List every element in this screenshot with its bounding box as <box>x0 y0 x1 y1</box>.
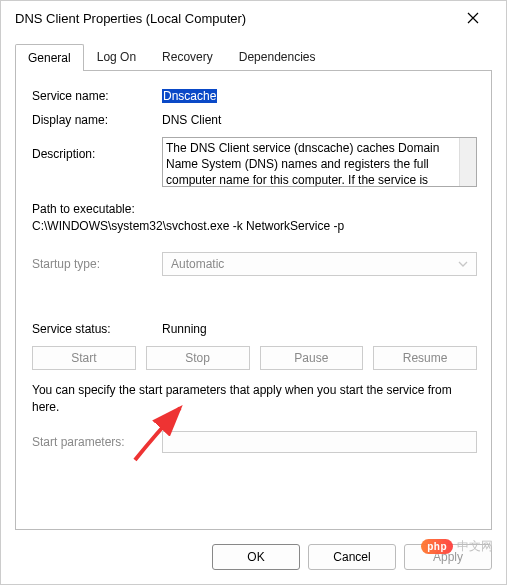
tab-recovery[interactable]: Recovery <box>149 43 226 70</box>
value-service-status: Running <box>162 322 207 336</box>
description-box: The DNS Client service (dnscache) caches… <box>162 137 477 187</box>
pause-button: Pause <box>260 346 364 370</box>
chevron-down-icon <box>458 259 468 269</box>
tabstrip: General Log On Recovery Dependencies <box>15 43 492 70</box>
label-service-name: Service name: <box>32 89 162 103</box>
cancel-button[interactable]: Cancel <box>308 544 396 570</box>
value-path: C:\WINDOWS\system32\svchost.exe -k Netwo… <box>32 218 477 235</box>
stop-button: Stop <box>146 346 250 370</box>
tab-log-on[interactable]: Log On <box>84 43 149 70</box>
close-icon <box>467 12 479 24</box>
dialog-footer: OK Cancel Apply <box>1 530 506 584</box>
start-parameters-input <box>162 431 477 453</box>
startup-type-select: Automatic <box>162 252 477 276</box>
titlebar: DNS Client Properties (Local Computer) <box>1 1 506 35</box>
service-buttons: Start Stop Pause Resume <box>32 346 477 370</box>
startup-type-value: Automatic <box>171 253 224 275</box>
startup-type-row: Startup type: Automatic <box>32 252 477 276</box>
label-startup-type: Startup type: <box>32 257 162 271</box>
value-service-name: Dnscache <box>162 89 477 103</box>
ok-button[interactable]: OK <box>212 544 300 570</box>
label-service-status: Service status: <box>32 322 162 336</box>
label-start-parameters: Start parameters: <box>32 435 162 449</box>
label-path: Path to executable: <box>32 201 477 218</box>
description-row: Description: The DNS Client service (dns… <box>32 137 477 187</box>
description-scrollbar[interactable] <box>459 138 476 186</box>
service-name-row: Service name: Dnscache <box>32 89 477 103</box>
start-button: Start <box>32 346 136 370</box>
start-parameters-row: Start parameters: <box>32 431 477 453</box>
label-display-name: Display name: <box>32 113 162 127</box>
service-name-selected[interactable]: Dnscache <box>162 89 217 103</box>
tab-general[interactable]: General <box>15 44 84 71</box>
window-title: DNS Client Properties (Local Computer) <box>15 11 450 26</box>
value-display-name: DNS Client <box>162 113 477 127</box>
display-name-row: Display name: DNS Client <box>32 113 477 127</box>
close-button[interactable] <box>450 1 496 35</box>
parameters-hint: You can specify the start parameters tha… <box>32 382 477 416</box>
description-text: The DNS Client service (dnscache) caches… <box>166 141 439 187</box>
properties-dialog: DNS Client Properties (Local Computer) G… <box>0 0 507 585</box>
path-block: Path to executable: C:\WINDOWS\system32\… <box>32 201 477 236</box>
tab-panel-general: Service name: Dnscache Display name: DNS… <box>15 70 492 530</box>
tab-dependencies[interactable]: Dependencies <box>226 43 329 70</box>
apply-button: Apply <box>404 544 492 570</box>
dialog-body: General Log On Recovery Dependencies Ser… <box>1 35 506 530</box>
status-row: Service status: Running <box>32 322 477 336</box>
resume-button: Resume <box>373 346 477 370</box>
label-description: Description: <box>32 137 162 161</box>
